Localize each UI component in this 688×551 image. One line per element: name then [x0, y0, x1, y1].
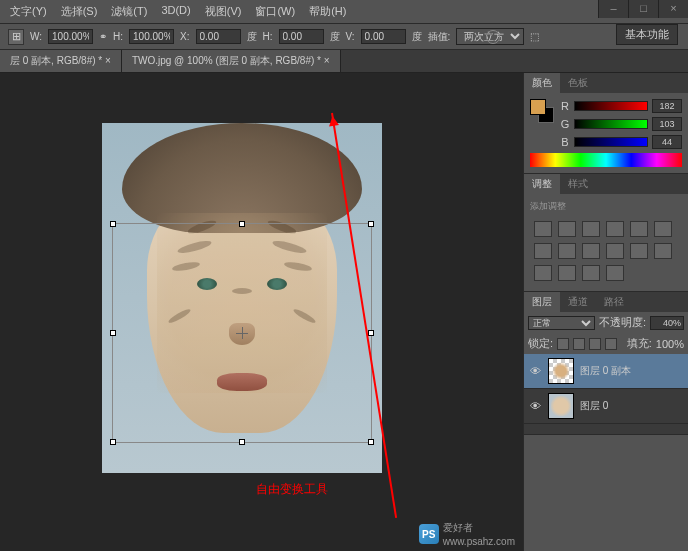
bw-icon[interactable] [558, 243, 576, 259]
tab-color[interactable]: 颜色 [524, 73, 560, 93]
canvas-area: 自由变换工具 PS 爱好者 www.psahz.com [0, 73, 523, 551]
colorbalance-icon[interactable] [534, 243, 552, 259]
menu-window[interactable]: 窗口(W) [255, 4, 295, 19]
brightness-icon[interactable] [534, 221, 552, 237]
layer-name[interactable]: 图层 0 副本 [580, 364, 631, 378]
tab-swatches[interactable]: 色板 [560, 73, 596, 93]
levels-icon[interactable] [558, 221, 576, 237]
tab-channels[interactable]: 通道 [560, 292, 596, 312]
deg-label-3: 度 [412, 30, 422, 44]
canvas[interactable] [102, 123, 382, 473]
threshold-icon[interactable] [558, 265, 576, 281]
handle-bottom-left[interactable] [110, 439, 116, 445]
handle-top-left[interactable] [110, 221, 116, 227]
r-slider[interactable] [574, 101, 648, 111]
menu-3d[interactable]: 3D(D) [161, 4, 190, 19]
layer-list: 👁 图层 0 副本 👁 图层 0 [524, 354, 688, 434]
foreground-color-icon[interactable] [530, 99, 546, 115]
commit-transform-icon[interactable] [486, 30, 500, 44]
hue-icon[interactable] [654, 221, 672, 237]
opacity-input[interactable]: 40% [650, 316, 684, 330]
layer-item-base[interactable]: 👁 图层 0 [524, 389, 688, 424]
panels-dock: 颜色 色板 R 182 G [523, 73, 688, 551]
r-value[interactable]: 182 [652, 99, 682, 113]
lock-pixels-icon[interactable] [573, 338, 585, 350]
layer-thumbnail[interactable] [548, 393, 574, 419]
transform-bounding-box[interactable] [112, 223, 372, 443]
handle-bottom-mid[interactable] [239, 439, 245, 445]
angle-x-label: X: [180, 31, 189, 42]
skew-h-input[interactable] [279, 29, 324, 44]
invert-icon[interactable] [654, 243, 672, 259]
menu-select[interactable]: 选择(S) [61, 4, 98, 19]
color-spectrum[interactable] [530, 153, 682, 167]
workspace-switcher[interactable]: 基本功能 [616, 24, 678, 45]
color-panel: 颜色 色板 R 182 G [524, 73, 688, 174]
opacity-label: 不透明度: [599, 315, 646, 330]
selectivecolor-icon[interactable] [606, 265, 624, 281]
curves-icon[interactable] [582, 221, 600, 237]
exposure-icon[interactable] [606, 221, 624, 237]
layer-thumbnail[interactable] [548, 358, 574, 384]
color-swatch[interactable] [530, 99, 554, 123]
posterize-icon[interactable] [534, 265, 552, 281]
vibrance-icon[interactable] [630, 221, 648, 237]
handle-top-right[interactable] [368, 221, 374, 227]
skew-v-input[interactable] [361, 29, 406, 44]
watermark: PS 爱好者 www.psahz.com [419, 521, 515, 547]
add-adjustment-label: 添加调整 [530, 200, 682, 213]
handle-top-mid[interactable] [239, 221, 245, 227]
b-value[interactable]: 44 [652, 135, 682, 149]
link-icon[interactable]: ⚭ [99, 31, 107, 42]
window-maximize[interactable]: □ [628, 0, 658, 18]
menu-filter[interactable]: 滤镜(T) [111, 4, 147, 19]
fill-label: 填充: [627, 336, 652, 351]
tab-adjustments[interactable]: 调整 [524, 174, 560, 194]
layer-name[interactable]: 图层 0 [580, 399, 608, 413]
r-label: R [560, 100, 570, 112]
fill-input[interactable]: 100% [656, 338, 684, 350]
menu-bar: 文字(Y) 选择(S) 滤镜(T) 3D(D) 视图(V) 窗口(W) 帮助(H… [0, 0, 688, 24]
deg-label-2: 度 [330, 30, 340, 44]
handle-bottom-right[interactable] [368, 439, 374, 445]
lock-transparency-icon[interactable] [557, 338, 569, 350]
visibility-icon[interactable]: 👁 [528, 400, 542, 412]
g-value[interactable]: 103 [652, 117, 682, 131]
menu-help[interactable]: 帮助(H) [309, 4, 346, 19]
menu-text[interactable]: 文字(Y) [10, 4, 47, 19]
handle-mid-right[interactable] [368, 330, 374, 336]
reference-point-icon[interactable]: ⊞ [8, 29, 24, 45]
watermark-logo-icon: PS [419, 524, 439, 544]
watermark-url: www.psahz.com [443, 536, 515, 547]
lock-all-icon[interactable] [605, 338, 617, 350]
height-input[interactable] [129, 29, 174, 44]
b-slider[interactable] [574, 137, 648, 147]
window-close[interactable]: × [658, 0, 688, 18]
handle-mid-left[interactable] [110, 330, 116, 336]
transform-center-icon[interactable] [236, 327, 248, 339]
colorlookup-icon[interactable] [630, 243, 648, 259]
tab-styles[interactable]: 样式 [560, 174, 596, 194]
width-label: W: [30, 31, 42, 42]
visibility-icon[interactable]: 👁 [528, 365, 542, 377]
tab-doc-1[interactable]: 层 0 副本, RGB/8#) * × [0, 50, 122, 72]
annotation-text: 自由变换工具 [256, 481, 328, 498]
skew-h-label: H: [263, 31, 273, 42]
warp-icon[interactable]: ⬚ [530, 31, 539, 42]
blend-mode-select[interactable]: 正常 [528, 316, 595, 330]
window-minimize[interactable]: – [598, 0, 628, 18]
width-input[interactable] [48, 29, 93, 44]
lock-position-icon[interactable] [589, 338, 601, 350]
layer-item-copy[interactable]: 👁 图层 0 副本 [524, 354, 688, 389]
document-tabs: 层 0 副本, RGB/8#) * × TWO.jpg @ 100% (图层 0… [0, 50, 688, 73]
tab-layers[interactable]: 图层 [524, 292, 560, 312]
menu-view[interactable]: 视图(V) [205, 4, 242, 19]
g-slider[interactable] [574, 119, 648, 129]
tab-paths[interactable]: 路径 [596, 292, 632, 312]
gradientmap-icon[interactable] [582, 265, 600, 281]
angle-x-input[interactable] [196, 29, 241, 44]
lock-label: 锁定: [528, 336, 553, 351]
channelmixer-icon[interactable] [606, 243, 624, 259]
photofilter-icon[interactable] [582, 243, 600, 259]
tab-doc-2[interactable]: TWO.jpg @ 100% (图层 0 副本, RGB/8#) * × [122, 50, 341, 72]
